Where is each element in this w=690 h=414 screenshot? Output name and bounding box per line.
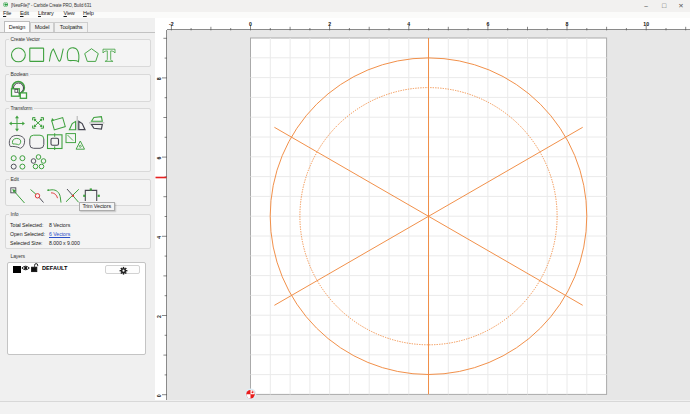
- svg-text:10: 10: [643, 20, 649, 26]
- svg-text:4: 4: [156, 236, 162, 239]
- svg-text:6: 6: [156, 156, 162, 159]
- svg-text:-2: -2: [169, 20, 174, 26]
- svg-text:0: 0: [249, 20, 252, 26]
- svg-text:0: 0: [156, 394, 162, 397]
- svg-text:6: 6: [486, 20, 489, 26]
- svg-text:4: 4: [407, 20, 410, 26]
- svg-text:2: 2: [156, 315, 162, 318]
- svg-text:8: 8: [156, 77, 162, 80]
- svg-text:2: 2: [328, 20, 331, 26]
- svg-text:8: 8: [565, 20, 568, 26]
